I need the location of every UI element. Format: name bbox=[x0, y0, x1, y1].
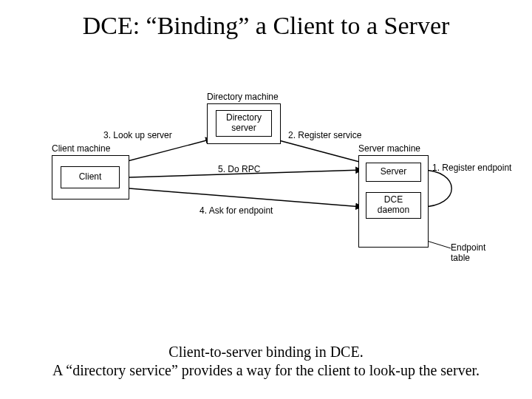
step-2-label: 2. Register service bbox=[288, 130, 361, 140]
arrow-step-3 bbox=[122, 139, 212, 163]
server-box-label: Server bbox=[381, 167, 406, 177]
arrow-step-2 bbox=[273, 139, 362, 163]
step-5-label: 5. Do RPC bbox=[218, 164, 260, 174]
caption-line-2: A “directory service” provides a way for… bbox=[52, 362, 480, 378]
server-machine-label: Server machine bbox=[358, 143, 420, 154]
binding-diagram: Client machine Client Directory machine … bbox=[52, 96, 499, 288]
step-3-label: 3. Look up server bbox=[103, 130, 172, 140]
client-box-label: Client bbox=[79, 172, 102, 183]
directory-machine-label: Directory machine bbox=[207, 92, 279, 102]
caption: Client-to-server binding in DCE. A “dire… bbox=[0, 343, 532, 380]
arrow-step-4 bbox=[129, 188, 362, 207]
directory-server-box: Directory server bbox=[216, 110, 272, 137]
endpoint-table-label: Endpoint table bbox=[451, 242, 485, 263]
client-machine-label: Client machine bbox=[52, 143, 110, 154]
caption-line-1: Client-to-server binding in DCE. bbox=[168, 344, 363, 360]
step-1-label: 1. Register endpoint bbox=[432, 163, 511, 173]
server-box: Server bbox=[366, 163, 421, 182]
slide: DCE: “Binding” a Client to a Server bbox=[0, 0, 532, 399]
page-title: DCE: “Binding” a Client to a Server bbox=[0, 12, 532, 40]
client-box: Client bbox=[61, 166, 120, 188]
directory-server-box-label: Directory server bbox=[226, 113, 262, 134]
step-4-label: 4. Ask for endpoint bbox=[200, 205, 273, 216]
dce-daemon-box-label: DCE daemon bbox=[378, 195, 409, 216]
dce-daemon-box: DCE daemon bbox=[366, 192, 421, 219]
